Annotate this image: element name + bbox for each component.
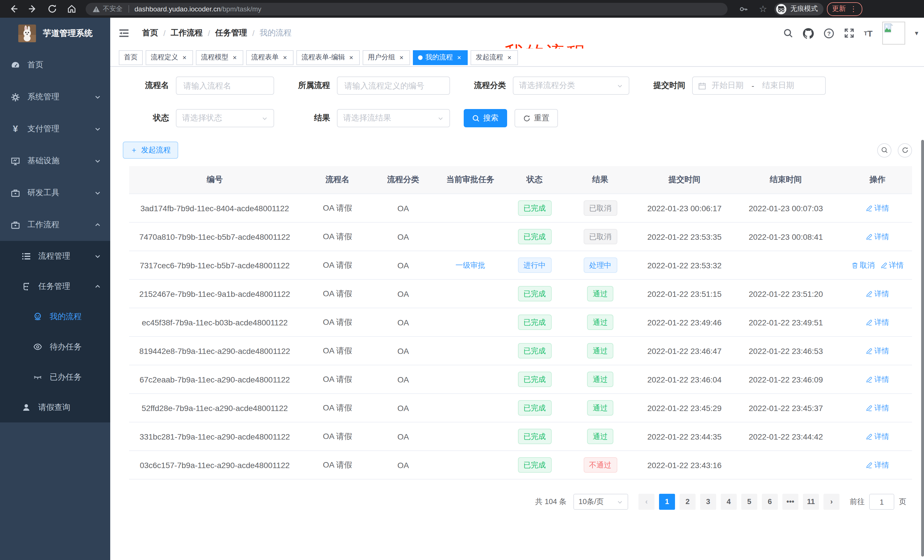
avatar[interactable]: [882, 22, 905, 45]
close-icon[interactable]: ×: [282, 53, 288, 61]
sidebar-item-process-management[interactable]: 流程管理: [0, 241, 110, 271]
detail-link[interactable]: 详情: [866, 289, 889, 299]
tab-my-process[interactable]: 我的流程 ×: [413, 50, 468, 65]
tab-process-form[interactable]: 流程表单 ×: [246, 50, 294, 65]
sidebar-item-my-process[interactable]: 我的流程: [0, 301, 110, 332]
detail-link[interactable]: 详情: [866, 431, 889, 442]
github-icon[interactable]: [802, 28, 813, 39]
more-pages-button[interactable]: •••: [782, 494, 798, 510]
reset-button[interactable]: 重置: [514, 109, 558, 127]
fullscreen-icon[interactable]: [844, 28, 854, 38]
close-icon[interactable]: ×: [506, 53, 513, 61]
detail-link[interactable]: 详情: [866, 374, 889, 385]
page-button-1[interactable]: 1: [659, 494, 675, 510]
detail-link[interactable]: 详情: [866, 346, 889, 356]
tab-user-group[interactable]: 用户分组 ×: [363, 50, 410, 65]
pencil-icon: [866, 376, 873, 383]
bookmark-star-icon[interactable]: ☆: [755, 1, 771, 16]
process-name-input[interactable]: [176, 76, 274, 95]
avatar-caret-icon[interactable]: ▾: [915, 29, 918, 37]
close-icon[interactable]: ×: [348, 53, 355, 61]
sidebar-item-leave-query[interactable]: 请假查询: [0, 392, 110, 422]
submit-time-range-picker[interactable]: 开始日期 - 结束日期: [692, 76, 826, 95]
sidebar-item-workflow[interactable]: 工作流程: [0, 209, 110, 241]
breadcrumb-task-management[interactable]: 任务管理: [215, 28, 247, 38]
eye-closed-icon: [33, 373, 42, 382]
table-search-toggle-icon[interactable]: [877, 143, 891, 157]
result-select[interactable]: 请选择流结果: [337, 109, 450, 127]
result-badge: 通过: [587, 286, 614, 301]
page-button-5[interactable]: 5: [741, 494, 757, 510]
table-row: 7470a810-7b9b-11ec-b5b7-acde48001122OA 请…: [129, 222, 912, 251]
select-placeholder: 请选择流程分类: [519, 81, 575, 91]
tab-process-model[interactable]: 流程模型 ×: [196, 50, 243, 65]
detail-link[interactable]: 详情: [866, 403, 889, 413]
page-size-select[interactable]: 10条/页: [573, 494, 628, 510]
close-icon[interactable]: ×: [181, 53, 188, 61]
page-button-3[interactable]: 3: [700, 494, 716, 510]
detail-link[interactable]: 详情: [880, 260, 904, 270]
start-process-button[interactable]: ＋ 发起流程: [123, 142, 178, 159]
current-task-link[interactable]: 一级审批: [455, 260, 485, 270]
detail-link[interactable]: 详情: [866, 232, 889, 242]
tab-start-process[interactable]: 发起流程 ×: [471, 50, 518, 65]
goto-page-input[interactable]: [869, 494, 894, 510]
sidebar-item-done-tasks[interactable]: 已办任务: [0, 362, 110, 392]
cell-process-id: 52ffd28e-7b9a-11ec-a290-acde48001122: [129, 394, 300, 422]
home-icon[interactable]: [62, 1, 81, 16]
sidebar-item-payment[interactable]: ¥ 支付管理: [0, 113, 110, 145]
tab-process-definition[interactable]: 流程定义 ×: [146, 50, 193, 65]
table-refresh-icon[interactable]: [898, 143, 912, 157]
sidebar-item-devtools[interactable]: 研发工具: [0, 177, 110, 209]
search-icon[interactable]: [783, 28, 793, 38]
cell-process-id: 3ad174fb-7b9d-11ec-8404-acde48001122: [129, 194, 300, 222]
breadcrumb-separator: /: [252, 28, 255, 38]
next-page-button[interactable]: ›: [824, 494, 840, 510]
sidebar-item-task-management[interactable]: 任务管理: [0, 271, 110, 301]
page-button-4[interactable]: 4: [721, 494, 736, 510]
page-button-6[interactable]: 6: [762, 494, 778, 510]
detail-link[interactable]: 详情: [866, 460, 889, 470]
scrollbar[interactable]: [921, 140, 924, 557]
sidebar-item-system[interactable]: 系统管理: [0, 81, 110, 113]
sidebar-item-infrastructure[interactable]: 基础设施: [0, 145, 110, 177]
table-toolbar: ＋ 发起流程: [123, 142, 912, 159]
breadcrumb-workflow[interactable]: 工作流程: [171, 28, 203, 38]
not-secure-warning-icon[interactable]: [93, 5, 100, 12]
status-select[interactable]: 请选择状态: [176, 109, 274, 127]
breadcrumb-home[interactable]: 首页: [142, 28, 158, 38]
cancel-link[interactable]: 取消: [851, 260, 874, 270]
close-icon[interactable]: ×: [456, 53, 463, 61]
tab-home[interactable]: 首页: [119, 50, 143, 65]
briefcase-icon: [11, 189, 20, 198]
password-key-icon[interactable]: [735, 1, 752, 16]
detail-link[interactable]: 详情: [866, 317, 889, 327]
detail-link[interactable]: 详情: [866, 203, 889, 213]
help-icon[interactable]: ?: [823, 28, 834, 39]
app-logo[interactable]: 芋道管理系统: [0, 18, 110, 49]
sidebar-item-home[interactable]: 首页: [0, 49, 110, 81]
browser-update-button[interactable]: 更新 ⋮: [827, 2, 862, 16]
goto-label: 前往: [850, 497, 865, 507]
back-icon[interactable]: [3, 1, 23, 16]
browser-menu-icon[interactable]: ⋮: [850, 5, 857, 13]
font-size-icon[interactable]: TT: [864, 28, 873, 38]
close-icon[interactable]: ×: [398, 53, 405, 61]
sidebar-menu: 首页 系统管理 ¥ 支付管理: [0, 49, 110, 422]
tab-process-form-edit[interactable]: 流程表单-编辑 ×: [296, 50, 360, 65]
forward-icon[interactable]: [23, 1, 42, 16]
search-button[interactable]: 搜索: [464, 109, 507, 127]
category-select[interactable]: 请选择流程分类: [513, 76, 629, 95]
filter-form: 流程名 所属流程 流程分类 请选择流程分类 提交时间: [110, 67, 924, 127]
close-icon[interactable]: ×: [231, 53, 238, 61]
table-row: 2152467e-7b9b-11ec-9a1b-acde48001122OA 请…: [129, 279, 912, 308]
chevron-down-icon: [94, 190, 101, 196]
page-button-11[interactable]: 11: [803, 494, 819, 510]
collapse-menu-icon[interactable]: [118, 27, 130, 39]
reload-icon[interactable]: [42, 1, 62, 16]
page-button-2[interactable]: 2: [680, 494, 696, 510]
definition-input[interactable]: [337, 76, 450, 95]
sidebar-item-todo-tasks[interactable]: 待办任务: [0, 332, 110, 362]
prev-page-button[interactable]: ‹: [639, 494, 654, 510]
address-bar[interactable]: 不安全 dashboard.yudao.iocoder.cn /bpm/task…: [86, 3, 728, 15]
